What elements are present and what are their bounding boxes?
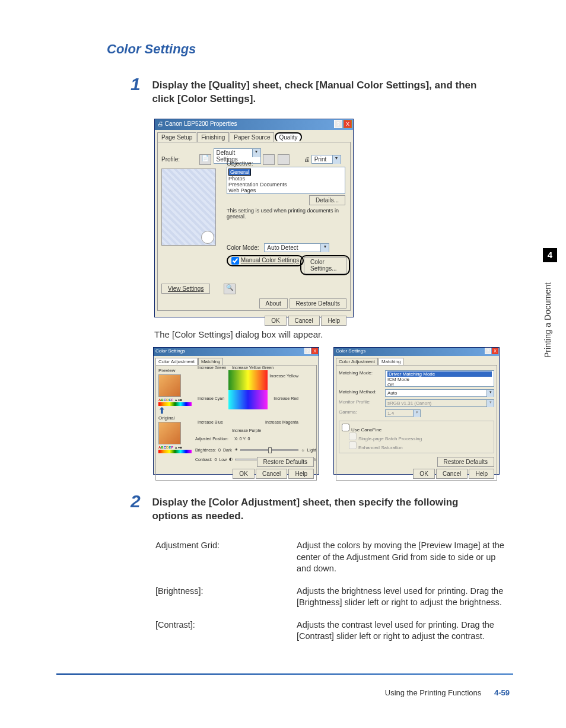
objective-photos[interactable]: Photos	[228, 176, 344, 182]
step-2-text: Display the [Color Adjustment] sheet, th…	[152, 491, 496, 523]
matching-method-label: Matching Method:	[339, 389, 381, 397]
objective-general[interactable]: General	[228, 169, 251, 176]
gamma-select: 1.4▾	[385, 409, 421, 417]
original-image	[158, 422, 181, 444]
manual-check-input[interactable]	[231, 257, 239, 265]
objective-web[interactable]: Web Pages	[228, 187, 344, 193]
objective-label: Objective:	[227, 160, 345, 167]
footer-page: 4-59	[494, 688, 510, 697]
help-button[interactable]: Help	[321, 316, 346, 326]
axis-red: Increase Red	[274, 396, 298, 400]
profile-label: Profile:	[161, 156, 197, 163]
brightness-slider[interactable]	[240, 449, 299, 451]
gamma-label: Gamma:	[339, 409, 381, 417]
low-label: Low	[219, 457, 227, 462]
view-settings-button[interactable]: View Settings	[161, 284, 210, 294]
chevron-down-icon[interactable]: ▾	[486, 390, 494, 397]
adjusted-position-label: Adjusted Position:	[195, 437, 228, 441]
titlebar: 🖨 Canon LBP5200 Properties ? X	[155, 119, 353, 130]
abcdef-original: ABCDEF ▲●■	[158, 446, 194, 449]
cancel-button[interactable]: Cancel	[288, 316, 320, 326]
objective-listbox[interactable]: General Photos Presentation Documents We…	[227, 167, 345, 194]
ok-button[interactable]: OK	[233, 469, 254, 479]
colormode-select[interactable]: Auto Detect▾	[264, 243, 329, 252]
matching-mode-label: Matching Mode:	[339, 370, 381, 387]
tab-matching[interactable]: Matching	[198, 358, 223, 365]
ok-button[interactable]: OK	[265, 316, 286, 326]
contrast-opt-label: [Contrast]:	[155, 615, 295, 647]
color-adjustment-dialog: Color Settings ?X Color Adjustment Match…	[153, 347, 319, 475]
ok-button[interactable]: OK	[413, 469, 434, 479]
enhanced-saturation-checkbox	[349, 441, 357, 449]
about-button[interactable]: About	[259, 298, 288, 309]
preview-label: Preview	[158, 368, 194, 373]
canofine-checkbox[interactable]	[342, 424, 349, 431]
axis-yellow: Increase Yellow	[269, 374, 298, 378]
tab-finishing[interactable]: Finishing	[197, 132, 229, 142]
footer-section: Using the Printing Functions	[385, 688, 482, 697]
matching-method-select[interactable]: Auto▾	[385, 389, 494, 397]
brightness-opt-label: [Brightness]:	[155, 581, 295, 613]
restore-button[interactable]: Restore Defaults	[437, 457, 494, 467]
tab-matching[interactable]: Matching	[379, 358, 403, 365]
view-settings-icon[interactable]: 🔍	[224, 284, 236, 294]
tab-page-setup[interactable]: Page Setup	[157, 132, 196, 142]
restore-defaults-button[interactable]: Restore Defaults	[290, 298, 346, 309]
preview-image	[158, 374, 181, 397]
up-arrow-icon: ⬆	[158, 406, 194, 415]
properties-dialog: 🖨 Canon LBP5200 Properties ? X Page Setu…	[154, 119, 354, 317]
original-label: Original	[158, 415, 194, 421]
footer: Using the Printing Functions 4-59	[385, 688, 510, 697]
tab-bar: Page Setup Finishing Paper Source Qualit…	[155, 130, 353, 142]
tab-paper-source[interactable]: Paper Source	[230, 132, 274, 142]
color-settings-button[interactable]: Color Settings...	[304, 257, 346, 274]
light-label: Light	[307, 448, 316, 452]
canofine-group: Use CanoFine Single-page Batch Processin…	[339, 421, 494, 453]
close-icon[interactable]: X	[344, 120, 352, 128]
matching-mode-listbox[interactable]: Driver Matching Mode ICM Mode Off	[385, 370, 494, 387]
dialog-title: Canon LBP5200 Properties	[165, 120, 237, 127]
close-icon[interactable]: X	[311, 348, 318, 354]
mmode-sel[interactable]: Driver Matching Mode	[387, 371, 492, 377]
cancel-button[interactable]: Cancel	[256, 469, 287, 479]
tab-color-adjustment[interactable]: Color Adjustment	[155, 358, 198, 365]
close-icon[interactable]: X	[492, 348, 498, 354]
setting-note: This setting is used when printing docum…	[227, 208, 345, 220]
step-1: 1 Display the [Quality] sheet, check [Ma…	[131, 74, 510, 106]
step-1-number: 1	[131, 74, 150, 94]
contrast-label: Contrast:	[195, 457, 212, 462]
chevron-down-icon[interactable]: ▾	[252, 149, 260, 157]
help-button[interactable]: Help	[469, 469, 494, 479]
help-button[interactable]: Help	[288, 469, 314, 479]
adjustment-grid[interactable]	[228, 370, 268, 409]
table-row: Adjustment Grid: Adjust the colors by mo…	[155, 535, 509, 580]
help-icon[interactable]: ?	[485, 348, 491, 354]
manual-color-checkbox[interactable]: Manual Color Settings	[227, 255, 304, 266]
brightness-opt-desc: Adjusts the brightness level used for pr…	[297, 581, 509, 613]
contrast-opt-desc: Adjusts the contrast level used for prin…	[297, 615, 509, 647]
preview-thumbnail	[161, 169, 216, 246]
ss2-titlebar: Color Settings ?X	[334, 348, 499, 356]
cancel-button[interactable]: Cancel	[436, 469, 468, 479]
single-page-checkbox	[349, 433, 357, 440]
details-button[interactable]: Details...	[309, 195, 345, 205]
chevron-down-icon: ▾	[486, 400, 494, 407]
chevron-down-icon[interactable]: ▾	[320, 244, 329, 252]
axis-yg: Increase Yellow Green	[232, 365, 274, 370]
tab-quality[interactable]: Quality	[275, 132, 301, 142]
mmode-icm[interactable]: ICM Mode	[387, 377, 492, 382]
help-icon[interactable]: ?	[304, 348, 311, 354]
tab-color-adjustment[interactable]: Color Adjustment	[336, 358, 378, 365]
brightness-value: 0	[218, 448, 221, 452]
step-1-text: Display the [Quality] sheet, check [Manu…	[152, 74, 496, 106]
objective-presentation[interactable]: Presentation Documents	[228, 182, 344, 187]
abcdef-preview: ABCDEF ▲●■	[158, 398, 194, 402]
help-icon[interactable]: ?	[334, 120, 342, 128]
quality-pane: Profile: 📄 Default Settings▾ 🖨 Print▾ Ob…	[157, 142, 351, 311]
chevron-down-icon: ▾	[413, 410, 420, 417]
mmode-off[interactable]: Off	[387, 382, 492, 387]
brightness-label: Brightness:	[195, 448, 216, 452]
footer-rule	[56, 673, 513, 675]
profile-icon[interactable]: 📄	[199, 154, 211, 165]
restore-button[interactable]: Restore Defaults	[257, 457, 314, 467]
